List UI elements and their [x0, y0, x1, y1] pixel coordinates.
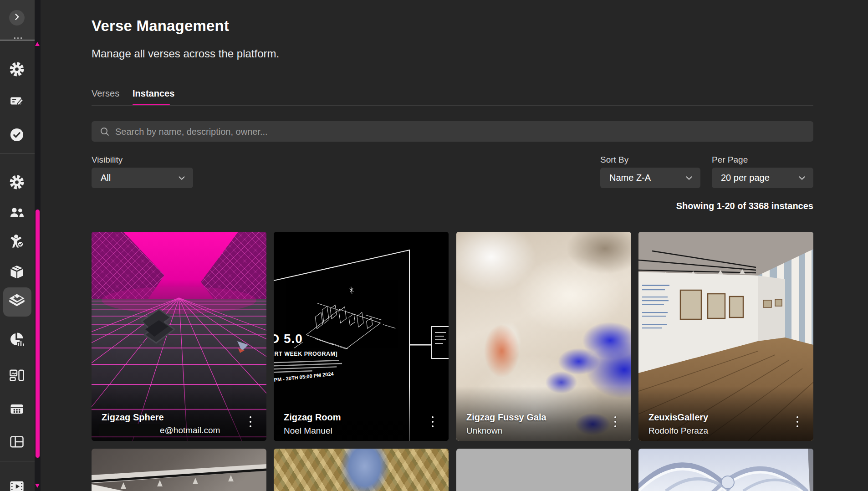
- results-summary: Showing 1-20 of 3368 instances: [92, 201, 813, 211]
- sort-by-label: Sort By: [600, 155, 628, 165]
- card-menu-button[interactable]: [610, 413, 620, 431]
- card-title: Zigzag Fussy Gala: [466, 412, 546, 423]
- card-image: [456, 449, 631, 491]
- card-title: Zigzag Sphere: [102, 412, 164, 423]
- chevron-right-icon: [12, 12, 21, 23]
- card-footer: Zigzag Room Noel Manuel: [274, 386, 449, 441]
- card-menu-button[interactable]: [792, 413, 802, 431]
- per-page-value: 20 per page: [721, 168, 770, 188]
- instance-card-zigzag-fussy-gala[interactable]: Zigzag Fussy Gala Unknown: [456, 232, 631, 441]
- film-play-icon: [9, 478, 25, 491]
- sort-by-select[interactable]: Name Z-A: [600, 168, 700, 188]
- sidebar-item-admin-settings[interactable]: [6, 172, 28, 194]
- card-footer: Zigzag Sphere e@hotmail.com: [92, 386, 266, 441]
- per-page-select[interactable]: 20 per page: [712, 168, 813, 188]
- scroll-down-button[interactable]: [35, 484, 40, 488]
- sort-by-value: Name Z-A: [609, 168, 651, 188]
- sidebar-item-packages[interactable]: [6, 262, 28, 284]
- page-subtitle: Manage all verses across the platform.: [92, 47, 279, 60]
- per-page-label: Per Page: [712, 155, 748, 165]
- verse-image-cube-icon: [8, 292, 26, 312]
- card-image: [638, 449, 813, 491]
- card-owner: Noel Manuel: [284, 426, 332, 436]
- sidebar-item-events[interactable]: [6, 399, 28, 421]
- scrollbar-thumb[interactable]: [36, 210, 40, 458]
- sidebar-expand-button[interactable]: [9, 10, 25, 26]
- instance-card-partial-3[interactable]: [456, 449, 631, 491]
- card-title: ZeuxisGallery: [648, 412, 708, 423]
- card-menu-button[interactable]: [428, 413, 438, 431]
- gear-icon: [9, 174, 25, 192]
- search-bar: [92, 121, 813, 142]
- card-footer: Zigzag Fussy Gala Unknown: [456, 386, 631, 441]
- sidebar-item-users[interactable]: [6, 203, 28, 225]
- card-image: [92, 449, 266, 491]
- package-box-icon: [9, 264, 25, 282]
- main-content: Verse Management Manage all verses acros…: [92, 0, 813, 491]
- card-title: Zigzag Room: [284, 412, 341, 423]
- card-owner: Rodolfo Peraza: [648, 426, 708, 436]
- pie-chart-icon: [9, 331, 25, 349]
- card-owner: Unknown: [466, 426, 502, 436]
- gear-icon: [9, 61, 25, 79]
- card-footer: ZeuxisGallery Rodolfo Peraza: [638, 386, 813, 441]
- visibility-select[interactable]: All: [92, 168, 193, 188]
- card-edit-icon: [9, 93, 25, 111]
- sidebar-item-settings[interactable]: [6, 59, 28, 81]
- check-circle-icon: [9, 127, 25, 145]
- divider: [0, 153, 35, 153]
- people-icon: [9, 205, 25, 223]
- tab-verses[interactable]: Verses: [92, 88, 119, 99]
- card-menu-button[interactable]: [245, 413, 255, 431]
- sidebar-item-collections[interactable]: [6, 365, 28, 387]
- overflow-dots-icon: [14, 37, 22, 39]
- layout-panel-icon: [9, 434, 25, 452]
- divider: [0, 40, 35, 41]
- sidebar-item-verses[interactable]: [6, 291, 28, 313]
- instance-card-partial-2[interactable]: [274, 449, 449, 491]
- instance-card-zigzag-room[interactable]: D 5.0 ART WEEK PROGRAM] 0 PM - 20TH 05:0…: [274, 232, 449, 441]
- sidebar-item-license[interactable]: [6, 91, 28, 113]
- tab-instances[interactable]: Instances: [133, 88, 174, 99]
- sidebar-scrollbar[interactable]: [35, 0, 41, 491]
- instance-card-zigzag-sphere[interactable]: Zigzag Sphere e@hotmail.com: [92, 232, 266, 441]
- visibility-label: Visibility: [92, 155, 123, 165]
- search-input[interactable]: [114, 121, 804, 143]
- visibility-value: All: [101, 168, 111, 188]
- board-dots-icon: [9, 401, 25, 419]
- divider: [0, 461, 35, 461]
- instance-card-partial-4[interactable]: [638, 449, 813, 491]
- person-check-icon: [9, 233, 25, 251]
- scroll-up-button[interactable]: [35, 42, 40, 46]
- card-owner: e@hotmail.com: [102, 425, 220, 436]
- page-title: Verse Management: [92, 17, 229, 35]
- sidebar-item-layout[interactable]: [6, 432, 28, 454]
- divider: [92, 105, 813, 106]
- card-art-big-text: D 5.0: [274, 332, 303, 346]
- instance-card-zeuxisgallery[interactable]: ZeuxisGallery Rodolfo Peraza: [638, 232, 813, 441]
- redaction-box: [99, 424, 160, 436]
- collection-cards-icon: [9, 367, 25, 385]
- card-art-heading: ART WEEK PROGRAM]: [274, 351, 337, 357]
- sidebar: [0, 0, 41, 491]
- instance-card-partial-1[interactable]: [92, 449, 266, 491]
- sidebar-item-member-check[interactable]: [6, 231, 28, 253]
- card-image: [274, 449, 449, 491]
- sidebar-item-analytics[interactable]: [6, 329, 28, 351]
- sidebar-item-media[interactable]: [6, 476, 28, 491]
- verse-management-page: Verse Management Manage all verses acros…: [0, 0, 868, 491]
- sidebar-item-approvals[interactable]: [6, 125, 28, 147]
